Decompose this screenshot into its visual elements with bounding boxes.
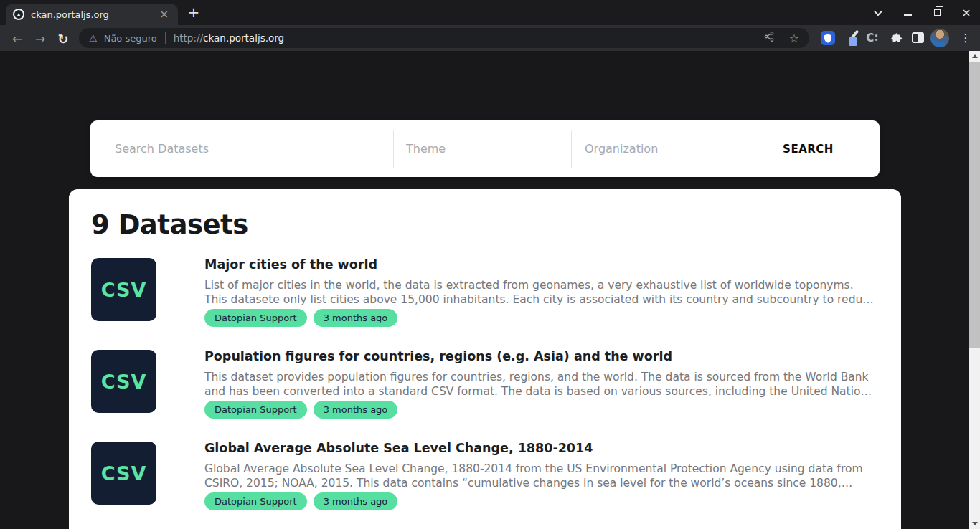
scrollbar-thumb[interactable] bbox=[969, 62, 980, 348]
browser-toolbar: ← → ↻ ⚠ Não seguro http:// ckan.portaljs… bbox=[0, 25, 980, 51]
address-bar[interactable]: ⚠ Não seguro http:// ckan.portaljs.org ☆ bbox=[79, 28, 809, 48]
profile-avatar[interactable] bbox=[930, 29, 949, 47]
csv-format-tile: CSV bbox=[91, 258, 156, 321]
scroll-up-arrow-icon[interactable] bbox=[969, 51, 980, 62]
dataset-format-label: CSV bbox=[101, 371, 147, 393]
side-panel-icon[interactable] bbox=[912, 32, 924, 43]
tab-title: ckan.portaljs.org bbox=[31, 9, 157, 20]
extensions-puzzle-icon[interactable] bbox=[889, 31, 903, 45]
dataset-description: List of major cities in the world, the d… bbox=[204, 278, 876, 307]
dataset-description: This dataset provides population figures… bbox=[204, 370, 876, 399]
csv-format-tile: CSV bbox=[91, 442, 156, 505]
results-heading: 9 Datasets bbox=[91, 209, 879, 241]
dataset-list: CSV Major cities of the world List of ma… bbox=[91, 258, 879, 529]
reload-button[interactable]: ↻ bbox=[55, 30, 72, 47]
organization-input[interactable] bbox=[572, 120, 737, 177]
dataset-title[interactable]: Major cities of the world bbox=[204, 258, 876, 272]
dataset-badges: Datopian Support3 months ago bbox=[204, 401, 876, 419]
browser-tab[interactable]: ▲ ckan.portaljs.org × bbox=[6, 4, 178, 25]
close-window-button[interactable]: × bbox=[960, 6, 973, 19]
dataset-badge[interactable]: 3 months ago bbox=[314, 492, 398, 510]
page-viewport: SEARCH 9 Datasets CSV Major cities of th… bbox=[0, 51, 969, 529]
dataset-row: CSV Population figures for countries, re… bbox=[91, 350, 879, 419]
results-card: 9 Datasets CSV Major cities of the world… bbox=[69, 189, 901, 529]
eyedropper-extension-icon[interactable] bbox=[847, 31, 861, 45]
bookmark-star-icon[interactable]: ☆ bbox=[789, 32, 799, 45]
not-secure-warning-icon: ⚠ bbox=[89, 33, 98, 44]
window-controls: × bbox=[872, 0, 973, 25]
browser-menu-icon[interactable]: ⋮ bbox=[961, 31, 970, 45]
dataset-badge[interactable]: 3 months ago bbox=[314, 401, 398, 419]
scroll-down-arrow-icon[interactable] bbox=[969, 518, 980, 529]
site-favicon-icon: ▲ bbox=[13, 9, 24, 20]
dataset-row: CSV Major cities of the world List of ma… bbox=[91, 258, 879, 327]
minimize-button[interactable] bbox=[901, 6, 914, 19]
dataset-badge[interactable]: Datopian Support bbox=[204, 309, 307, 327]
restore-button[interactable] bbox=[930, 6, 943, 19]
dataset-badge[interactable]: Datopian Support bbox=[204, 401, 307, 419]
dataset-title[interactable]: Global Average Absolute Sea Level Change… bbox=[204, 442, 876, 455]
dataset-format-label: CSV bbox=[101, 279, 147, 301]
dataset-badge[interactable]: Datopian Support bbox=[204, 492, 307, 510]
dataset-badge[interactable]: 3 months ago bbox=[314, 309, 398, 327]
back-button[interactable]: ← bbox=[9, 30, 26, 47]
security-label: Não seguro bbox=[104, 33, 157, 44]
search-button[interactable]: SEARCH bbox=[737, 120, 880, 177]
new-tab-button[interactable]: + bbox=[185, 4, 202, 22]
url-host: ckan.portaljs.org bbox=[203, 32, 284, 44]
dataset-badges: Datopian Support3 months ago bbox=[204, 492, 876, 510]
dataset-row: CSV Global Average Absolute Sea Level Ch… bbox=[91, 442, 879, 510]
share-icon[interactable] bbox=[763, 31, 775, 45]
dataset-description: Global Average Absolute Sea Level Change… bbox=[204, 462, 876, 490]
search-datasets-input[interactable] bbox=[90, 120, 393, 177]
dataset-title[interactable]: Population figures for countries, region… bbox=[204, 350, 876, 363]
dataset-format-label: CSV bbox=[101, 462, 147, 485]
tab-search-chevron-icon[interactable] bbox=[872, 6, 885, 19]
colorpick-extension-icon[interactable]: C∶ bbox=[865, 31, 880, 45]
search-bar: SEARCH bbox=[90, 120, 880, 177]
page-scrollbar[interactable] bbox=[969, 51, 980, 529]
dataset-badges: Datopian Support3 months ago bbox=[204, 309, 876, 327]
tab-close-icon[interactable]: × bbox=[157, 9, 171, 20]
csv-format-tile: CSV bbox=[91, 350, 156, 413]
url-scheme: http:// bbox=[174, 32, 203, 44]
theme-input[interactable] bbox=[394, 120, 571, 177]
omnibox-divider bbox=[165, 32, 166, 44]
tab-bar: ▲ ckan.portaljs.org × + × bbox=[0, 0, 980, 25]
forward-button[interactable]: → bbox=[32, 30, 49, 47]
bitwarden-extension-icon[interactable] bbox=[821, 31, 835, 45]
